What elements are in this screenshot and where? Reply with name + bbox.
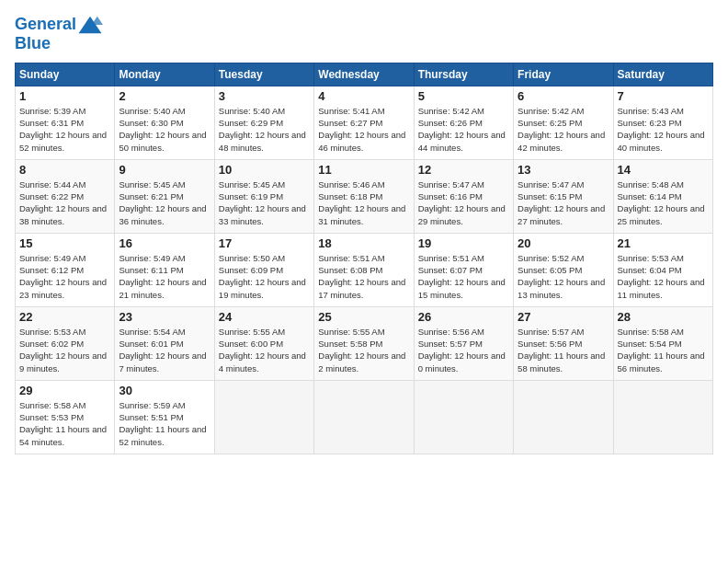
day-number: 2 xyxy=(119,89,210,103)
day-number: 28 xyxy=(618,310,709,324)
day-detail: Sunrise: 5:40 AMSunset: 6:30 PMDaylight:… xyxy=(119,106,206,153)
day-detail: Sunrise: 5:49 AMSunset: 6:11 PMDaylight:… xyxy=(119,253,206,300)
day-number: 9 xyxy=(119,163,210,177)
weekday-sunday: Sunday xyxy=(16,63,115,86)
day-detail: Sunrise: 5:43 AMSunset: 6:23 PMDaylight:… xyxy=(618,106,705,153)
calendar-cell: 26Sunrise: 5:56 AMSunset: 5:57 PMDayligh… xyxy=(414,306,513,380)
calendar-cell: 6Sunrise: 5:42 AMSunset: 6:25 PMDaylight… xyxy=(514,86,613,159)
calendar-cell: 25Sunrise: 5:55 AMSunset: 5:58 PMDayligh… xyxy=(314,306,414,380)
calendar-cell: 20Sunrise: 5:52 AMSunset: 6:05 PMDayligh… xyxy=(514,233,613,306)
weekday-wednesday: Wednesday xyxy=(314,63,414,86)
calendar-cell: 14Sunrise: 5:48 AMSunset: 6:14 PMDayligh… xyxy=(613,159,712,233)
calendar-cell: 22Sunrise: 5:53 AMSunset: 6:02 PMDayligh… xyxy=(16,306,115,380)
calendar-table: SundayMondayTuesdayWednesdayThursdayFrid… xyxy=(15,63,713,454)
calendar-cell: 23Sunrise: 5:54 AMSunset: 6:01 PMDayligh… xyxy=(115,306,214,380)
calendar-cell: 12Sunrise: 5:47 AMSunset: 6:16 PMDayligh… xyxy=(414,159,513,233)
day-detail: Sunrise: 5:41 AMSunset: 6:27 PMDaylight:… xyxy=(318,106,405,153)
day-number: 23 xyxy=(119,310,210,324)
calendar-cell xyxy=(414,380,513,454)
day-detail: Sunrise: 5:55 AMSunset: 6:00 PMDaylight:… xyxy=(219,327,306,373)
day-detail: Sunrise: 5:53 AMSunset: 6:04 PMDaylight:… xyxy=(618,253,705,300)
calendar-cell: 30Sunrise: 5:59 AMSunset: 5:51 PMDayligh… xyxy=(115,380,214,454)
weekday-thursday: Thursday xyxy=(414,63,513,86)
calendar-cell: 24Sunrise: 5:55 AMSunset: 6:00 PMDayligh… xyxy=(214,306,313,380)
day-number: 20 xyxy=(518,236,609,250)
day-number: 13 xyxy=(518,163,609,177)
day-detail: Sunrise: 5:50 AMSunset: 6:09 PMDaylight:… xyxy=(219,253,306,300)
week-row: 1Sunrise: 5:39 AMSunset: 6:31 PMDaylight… xyxy=(16,86,713,159)
day-detail: Sunrise: 5:39 AMSunset: 6:31 PMDaylight:… xyxy=(19,106,107,153)
header: General Blue xyxy=(15,15,713,53)
day-number: 7 xyxy=(618,89,709,103)
day-number: 6 xyxy=(518,89,609,103)
calendar-cell: 10Sunrise: 5:45 AMSunset: 6:19 PMDayligh… xyxy=(214,159,313,233)
calendar-cell: 2Sunrise: 5:40 AMSunset: 6:30 PMDaylight… xyxy=(115,86,214,159)
day-number: 11 xyxy=(318,163,409,177)
day-number: 30 xyxy=(119,384,210,397)
day-number: 25 xyxy=(318,310,409,324)
calendar-cell: 5Sunrise: 5:42 AMSunset: 6:26 PMDaylight… xyxy=(414,86,513,159)
day-detail: Sunrise: 5:46 AMSunset: 6:18 PMDaylight:… xyxy=(318,179,405,226)
day-number: 19 xyxy=(418,236,509,250)
day-number: 29 xyxy=(19,384,110,397)
weekday-header-row: SundayMondayTuesdayWednesdayThursdayFrid… xyxy=(16,63,713,86)
calendar-cell xyxy=(613,380,712,454)
day-detail: Sunrise: 5:58 AMSunset: 5:53 PMDaylight:… xyxy=(19,400,107,447)
day-number: 24 xyxy=(219,310,310,324)
calendar-body: 1Sunrise: 5:39 AMSunset: 6:31 PMDaylight… xyxy=(16,86,713,454)
week-row: 29Sunrise: 5:58 AMSunset: 5:53 PMDayligh… xyxy=(16,380,713,454)
day-detail: Sunrise: 5:52 AMSunset: 6:05 PMDaylight:… xyxy=(518,253,605,300)
day-detail: Sunrise: 5:55 AMSunset: 5:58 PMDaylight:… xyxy=(318,327,405,373)
day-detail: Sunrise: 5:47 AMSunset: 6:15 PMDaylight:… xyxy=(518,179,605,226)
day-number: 1 xyxy=(19,89,110,103)
calendar-cell xyxy=(314,380,414,454)
day-number: 5 xyxy=(418,89,509,103)
calendar-cell: 4Sunrise: 5:41 AMSunset: 6:27 PMDaylight… xyxy=(314,86,414,159)
calendar-cell: 29Sunrise: 5:58 AMSunset: 5:53 PMDayligh… xyxy=(16,380,115,454)
calendar-cell: 28Sunrise: 5:58 AMSunset: 5:54 PMDayligh… xyxy=(613,306,712,380)
calendar-cell: 15Sunrise: 5:49 AMSunset: 6:12 PMDayligh… xyxy=(16,233,115,306)
day-number: 27 xyxy=(518,310,609,324)
page-container: General Blue SundayMondayTuesdayWednesda… xyxy=(0,0,728,462)
weekday-tuesday: Tuesday xyxy=(214,63,313,86)
day-detail: Sunrise: 5:49 AMSunset: 6:12 PMDaylight:… xyxy=(19,253,107,300)
day-detail: Sunrise: 5:51 AMSunset: 6:07 PMDaylight:… xyxy=(418,253,506,300)
day-detail: Sunrise: 5:44 AMSunset: 6:22 PMDaylight:… xyxy=(19,179,107,226)
calendar-cell: 3Sunrise: 5:40 AMSunset: 6:29 PMDaylight… xyxy=(214,86,313,159)
calendar-cell: 9Sunrise: 5:45 AMSunset: 6:21 PMDaylight… xyxy=(115,159,214,233)
weekday-saturday: Saturday xyxy=(613,63,712,86)
day-number: 4 xyxy=(318,89,409,103)
logo: General Blue xyxy=(15,15,104,53)
day-number: 18 xyxy=(318,236,409,250)
logo-blue: Blue xyxy=(15,35,104,53)
calendar-cell: 16Sunrise: 5:49 AMSunset: 6:11 PMDayligh… xyxy=(115,233,214,306)
day-number: 17 xyxy=(219,236,310,250)
day-detail: Sunrise: 5:40 AMSunset: 6:29 PMDaylight:… xyxy=(219,106,306,153)
day-number: 10 xyxy=(219,163,310,177)
calendar-cell: 18Sunrise: 5:51 AMSunset: 6:08 PMDayligh… xyxy=(314,233,414,306)
calendar-cell: 19Sunrise: 5:51 AMSunset: 6:07 PMDayligh… xyxy=(414,233,513,306)
day-detail: Sunrise: 5:47 AMSunset: 6:16 PMDaylight:… xyxy=(418,179,506,226)
day-detail: Sunrise: 5:54 AMSunset: 6:01 PMDaylight:… xyxy=(119,327,206,373)
day-number: 26 xyxy=(418,310,509,324)
svg-marker-1 xyxy=(92,17,103,25)
calendar-cell xyxy=(514,380,613,454)
calendar-cell: 7Sunrise: 5:43 AMSunset: 6:23 PMDaylight… xyxy=(613,86,712,159)
calendar-cell: 1Sunrise: 5:39 AMSunset: 6:31 PMDaylight… xyxy=(16,86,115,159)
week-row: 22Sunrise: 5:53 AMSunset: 6:02 PMDayligh… xyxy=(16,306,713,380)
day-detail: Sunrise: 5:56 AMSunset: 5:57 PMDaylight:… xyxy=(418,327,506,373)
day-detail: Sunrise: 5:45 AMSunset: 6:21 PMDaylight:… xyxy=(119,179,206,226)
day-number: 8 xyxy=(19,163,110,177)
day-detail: Sunrise: 5:59 AMSunset: 5:51 PMDaylight:… xyxy=(119,400,206,447)
day-detail: Sunrise: 5:45 AMSunset: 6:19 PMDaylight:… xyxy=(219,179,306,226)
calendar-cell: 27Sunrise: 5:57 AMSunset: 5:56 PMDayligh… xyxy=(514,306,613,380)
day-detail: Sunrise: 5:42 AMSunset: 6:25 PMDaylight:… xyxy=(518,106,605,153)
day-number: 3 xyxy=(219,89,310,103)
calendar-cell: 21Sunrise: 5:53 AMSunset: 6:04 PMDayligh… xyxy=(613,233,712,306)
calendar-cell: 11Sunrise: 5:46 AMSunset: 6:18 PMDayligh… xyxy=(314,159,414,233)
weekday-friday: Friday xyxy=(514,63,613,86)
day-number: 12 xyxy=(418,163,509,177)
day-number: 22 xyxy=(19,310,110,324)
day-number: 14 xyxy=(618,163,709,177)
logo-text: General xyxy=(15,15,104,35)
